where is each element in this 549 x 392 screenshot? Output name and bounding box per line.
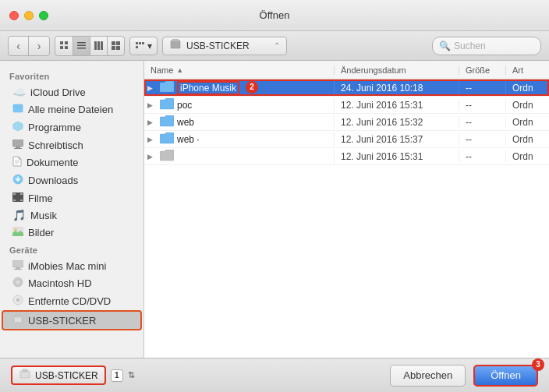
file-row-folder5[interactable]: ▶ 12. Juni 2016 15:31 -- Ordn [144,148,549,165]
file-name-web2: web · [177,134,200,145]
sidebar-filme-label: Filme [28,192,53,204]
file-list: ▶ iPhone Musik 2 24. Juni 2016 10:18 [144,79,549,358]
sidebar-programme-label: Programme [28,122,81,133]
musik-icon: 🎵 [12,209,26,221]
svg-rect-3 [65,46,68,49]
sidebar-alle-label: Alle meine Dateien [28,104,113,115]
cell-kind-web: Ordn [506,116,549,128]
footer-right: Abbrechen Öffnen 3 [390,365,538,387]
sidebar-item-bilder[interactable]: Bilder [3,224,140,241]
sidebar-item-imobies[interactable]: iMobies Mac mini [3,257,140,274]
location-bar[interactable]: USB-STICKER ⌃ [162,37,287,55]
svg-rect-36 [16,267,20,269]
traffic-lights [9,11,48,20]
cancel-button[interactable]: Abbrechen [390,365,466,387]
search-box[interactable]: 🔍 Suchen [432,37,541,55]
file-name-iphone: iPhone Musik [180,83,236,94]
svg-rect-10 [112,41,115,45]
minimize-button[interactable] [24,11,34,20]
sidebar-entfernte-label: Entfernte CD/DVD [28,295,111,307]
usb-footer-label: USB-STICKER [35,370,98,381]
svg-rect-23 [14,148,22,149]
cell-name-poc: ▶ poc [144,98,335,112]
entfernte-icon [12,295,23,308]
sidebar-item-macintosh[interactable]: Macintosh HD [3,274,140,292]
svg-rect-13 [116,46,120,50]
view-icon-button[interactable] [55,37,73,55]
expand-arrow-web2: ▶ [147,136,157,143]
forward-button[interactable]: › [29,37,49,55]
svg-point-42 [17,299,19,301]
sidebar-item-programme[interactable]: Programme [3,118,140,136]
file-size-web2: -- [466,134,472,145]
file-row-web2[interactable]: ▶ web · 12. Juni 2016 15:37 -- Ordn [144,131,549,148]
sort-arrow: ▲ [176,66,183,74]
cell-name-web2: ▶ web · [144,132,335,147]
footer-left: USB-STICKER 1 ⇅ [11,366,135,385]
filme-icon [12,192,23,204]
cell-date-iphone: 24. Juni 2016 10:18 [335,82,459,94]
cell-size-iphone: -- [459,82,506,94]
file-row-iphone-musik[interactable]: ▶ iPhone Musik 2 24. Juni 2016 10:18 [144,79,549,97]
file-kind-iphone: Ordn [512,83,533,94]
view-column-button[interactable] [90,37,107,55]
file-row-web[interactable]: ▶ web 12. Juni 2016 15:32 -- Ordn [144,114,549,131]
sidebar-item-entfernte[interactable]: Entfernte CD/DVD [3,292,140,310]
sidebar-item-schreibtisch[interactable]: Schreibtisch [3,136,140,154]
arrange-button[interactable]: ▾ [129,37,158,55]
svg-point-39 [16,280,20,284]
sidebar-item-usb[interactable]: USB-STICKER [2,310,142,330]
col-date-header[interactable]: Änderungsdatum [335,65,459,75]
file-kind-web: Ordn [512,117,533,128]
back-button[interactable]: ‹ [9,37,29,55]
sidebar: Favoriten ☁️ iCloud Drive Alle meine Dat… [0,61,144,358]
window-title: Öffnen [260,9,290,21]
maximize-button[interactable] [39,11,48,20]
file-size-iphone: -- [466,83,472,94]
cell-kind-iphone: Ordn [506,82,549,94]
devices-label: Geräte [0,241,143,257]
cell-size-web: -- [459,116,506,128]
file-date-iphone: 24. Juni 2016 10:18 [341,83,423,94]
cell-date-web: 12. Juni 2016 15:32 [335,116,459,128]
col-name-header[interactable]: Name ▲ [144,65,335,75]
sidebar-schreibtisch-label: Schreibtisch [28,139,83,151]
sidebar-item-musik[interactable]: 🎵 Musik [3,207,140,224]
usb-footer-item[interactable]: USB-STICKER [11,366,106,385]
close-button[interactable] [9,11,19,20]
view-list-button[interactable] [73,37,90,55]
location-dropdown-arrow: ⌃ [274,41,280,50]
sidebar-item-dokumente[interactable]: Dokumente [3,154,140,171]
sort-up-icon: ⇅ [128,370,135,380]
sidebar-item-icloud[interactable]: ☁️ iCloud Drive [3,83,140,101]
file-name-web: web [177,117,194,128]
usb-icon [169,38,182,53]
file-row-poc[interactable]: ▶ poc 12. Juni 2016 15:31 -- Ordn [144,97,549,114]
alle-icon [12,103,23,116]
open-button[interactable]: Öffnen [473,365,538,387]
badge-number-1: 1 [111,369,123,382]
main-content: Favoriten ☁️ iCloud Drive Alle meine Dat… [0,61,549,358]
svg-rect-22 [16,147,20,148]
col-kind-header[interactable]: Art [506,65,549,75]
sidebar-item-alle[interactable]: Alle meine Dateien [3,101,140,118]
file-size-web: -- [466,117,472,128]
usb-footer-icon [19,369,31,382]
svg-rect-17 [136,46,138,48]
expand-arrow-poc: ▶ [147,101,157,109]
svg-rect-29 [13,193,16,195]
location-name: USB-STICKER [186,41,269,51]
bilder-icon [12,226,23,238]
sidebar-item-downloads[interactable]: Downloads [3,171,140,189]
view-gallery-button[interactable] [107,37,124,55]
svg-rect-0 [60,41,63,44]
programme-icon [12,121,23,134]
sidebar-item-filme[interactable]: Filme [3,189,140,207]
cell-kind-folder5: Ordn [506,150,549,162]
step-badge-3: 3 [532,358,544,371]
size-label: Größe [466,65,490,75]
cell-date-folder5: 12. Juni 2016 15:31 [335,150,459,162]
svg-rect-7 [94,41,97,50]
search-placeholder: Suchen [454,41,486,51]
col-size-header[interactable]: Größe [459,65,506,75]
